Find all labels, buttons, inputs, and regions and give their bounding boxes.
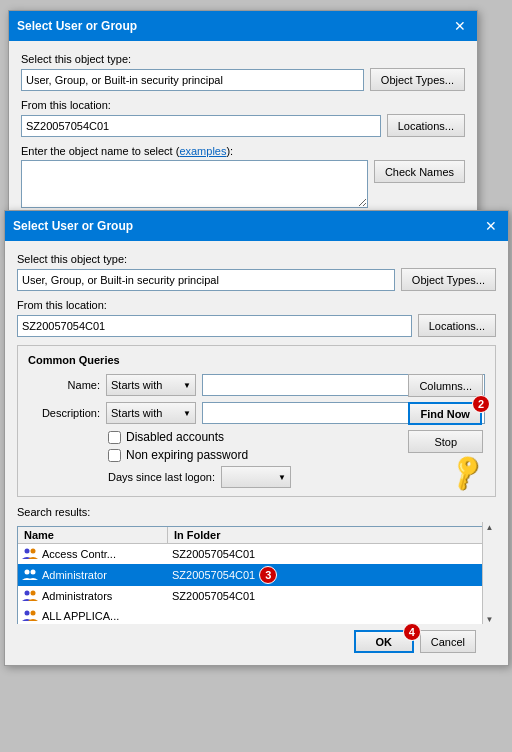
table-row[interactable]: AdministratorsSZ20057054C01 <box>18 586 495 606</box>
name-dropdown[interactable]: Starts with ▼ <box>106 374 196 396</box>
ok-wrapper: OK 4 <box>354 630 414 653</box>
name-dropdown-chevron: ▼ <box>183 381 191 390</box>
svg-point-11 <box>31 611 36 616</box>
result-name: Administrators <box>42 590 112 602</box>
description-dropdown-value: Starts with <box>111 407 162 419</box>
dialog-1-object-type-label: Select this object type: <box>21 53 465 65</box>
result-folder-cell <box>168 615 495 617</box>
results-rows: Access Contr...SZ20057054C01 Administrat… <box>18 544 495 624</box>
user-group-icon <box>22 546 38 562</box>
svg-point-2 <box>31 549 36 554</box>
days-label: Days since last logon: <box>108 471 215 483</box>
dialog-2-location-input[interactable] <box>17 315 412 337</box>
dialog-1-object-name-textarea[interactable] <box>21 160 368 208</box>
results-header: Name In Folder <box>18 527 495 544</box>
search-results-label: Search results: <box>17 506 90 518</box>
result-folder-cell: SZ20057054C013 <box>168 565 495 585</box>
result-name-cell: Administrator <box>18 566 168 584</box>
results-table: Name In Folder Access Contr...SZ20057054… <box>17 526 496 624</box>
col-name-header: Name <box>18 527 168 543</box>
badge-2: 2 <box>472 395 490 413</box>
logon-row: Days since last logon: ▼ <box>108 466 485 488</box>
dialog-1-examples-link[interactable]: examples <box>179 145 226 157</box>
result-folder-cell: SZ20057054C01 <box>168 589 495 603</box>
dialog-2-object-type-input[interactable] <box>17 269 395 291</box>
result-name: ALL APPLICA... <box>42 610 119 622</box>
description-label: Description: <box>28 407 100 419</box>
user-group-icon <box>22 608 38 624</box>
columns-button[interactable]: Columns... <box>408 374 483 397</box>
table-row[interactable]: Access Contr...SZ20057054C01 <box>18 544 495 564</box>
dialog-2-cancel-button[interactable]: Cancel <box>420 630 476 653</box>
find-now-wrapper: Find Now 2 <box>408 402 483 425</box>
dialog-2-object-types-button[interactable]: Object Types... <box>401 268 496 291</box>
dialog-1-close-button[interactable]: ✕ <box>451 17 469 35</box>
common-queries-section: Common Queries Name: Starts with ▼ Descr… <box>17 345 496 497</box>
svg-rect-0 <box>22 546 38 562</box>
scroll-up-arrow[interactable]: ▲ <box>486 523 494 532</box>
dialog-1-location-label: From this location: <box>21 99 465 111</box>
svg-point-7 <box>25 591 30 596</box>
dialog-2-location-label: From this location: <box>17 299 496 311</box>
col-folder-header: In Folder <box>168 527 495 543</box>
result-name-cell: ALL APPLICA... <box>18 607 168 624</box>
dialog-2-title: Select User or Group <box>13 219 133 233</box>
non-expiring-checkbox[interactable] <box>108 449 121 462</box>
result-folder-cell: SZ20057054C01 <box>168 547 495 561</box>
results-container: Name In Folder Access Contr...SZ20057054… <box>17 522 496 624</box>
dialog-2-locations-button[interactable]: Locations... <box>418 314 496 337</box>
badge-3: 3 <box>259 566 277 584</box>
bottom-buttons: OK 4 Cancel <box>17 630 496 653</box>
result-name: Access Contr... <box>42 548 116 560</box>
key-icon: 🔑 <box>445 451 488 494</box>
dialog-2: Select User or Group ✕ Select this objec… <box>4 210 509 666</box>
non-expiring-label: Non expiring password <box>126 448 248 462</box>
svg-point-1 <box>25 549 30 554</box>
svg-point-8 <box>31 591 36 596</box>
key-icon-container: 🔑 <box>451 457 483 488</box>
find-now-button[interactable]: Find Now <box>408 402 482 425</box>
svg-rect-9 <box>22 608 38 624</box>
user-group-icon <box>22 588 38 604</box>
disabled-accounts-label: Disabled accounts <box>126 430 224 444</box>
days-dropdown-chevron: ▼ <box>278 473 286 482</box>
dialog-1-object-name-label: Enter the object name to select (example… <box>21 145 465 157</box>
name-dropdown-value: Starts with <box>111 379 162 391</box>
dialog-1-locations-button[interactable]: Locations... <box>387 114 465 137</box>
dialog-2-object-type-label: Select this object type: <box>17 253 496 265</box>
svg-point-10 <box>25 611 30 616</box>
dialog-1-object-types-button[interactable]: Object Types... <box>370 68 465 91</box>
description-dropdown-chevron: ▼ <box>183 409 191 418</box>
user-group-icon <box>22 567 38 583</box>
dialog-2-title-bar: Select User or Group ✕ <box>5 211 508 241</box>
svg-point-5 <box>31 570 36 575</box>
svg-point-4 <box>25 570 30 575</box>
result-name-cell: Administrators <box>18 587 168 605</box>
days-dropdown[interactable]: ▼ <box>221 466 291 488</box>
table-row[interactable]: ALL APPLICA... <box>18 606 495 624</box>
result-name: Administrator <box>42 569 107 581</box>
scrollbar[interactable]: ▲ ▼ <box>482 522 496 624</box>
dialog-1-check-names-button[interactable]: Check Names <box>374 160 465 183</box>
scroll-down-arrow[interactable]: ▼ <box>486 615 494 624</box>
dialog-1-location-input[interactable] <box>21 115 381 137</box>
disabled-accounts-checkbox[interactable] <box>108 431 121 444</box>
right-buttons: Columns... Find Now 2 Stop <box>408 374 483 453</box>
result-name-cell: Access Contr... <box>18 545 168 563</box>
dialog-1-title: Select User or Group <box>17 19 137 33</box>
dialog-1-object-type-input[interactable] <box>21 69 364 91</box>
common-queries-title: Common Queries <box>28 354 485 366</box>
search-results-label-row: Search results: <box>17 505 496 519</box>
stop-button[interactable]: Stop <box>408 430 483 453</box>
dialog-2-close-button[interactable]: ✕ <box>482 217 500 235</box>
svg-rect-6 <box>22 588 38 604</box>
badge-4: 4 <box>403 623 421 641</box>
table-row[interactable]: AdministratorSZ20057054C013 <box>18 564 495 586</box>
description-dropdown[interactable]: Starts with ▼ <box>106 402 196 424</box>
dialog-1-title-bar: Select User or Group ✕ <box>9 11 477 41</box>
svg-rect-3 <box>22 567 38 583</box>
name-label: Name: <box>28 379 100 391</box>
